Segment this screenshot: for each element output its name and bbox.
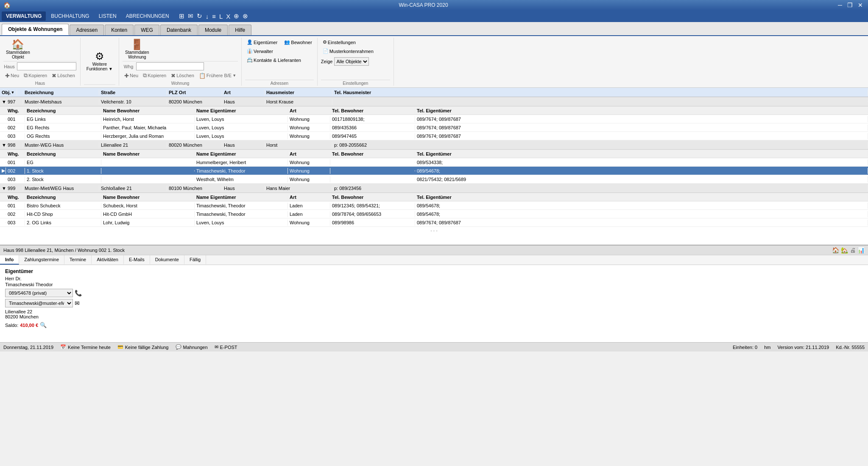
tab-module[interactable]: Module [198,25,228,35]
eigentuemer-btn[interactable]: 👤 Eigentümer [245,39,279,46]
col-header-strasse: Straße [99,89,167,95]
fruehere-be-btn[interactable]: 📋Frühere B/E▼ [197,71,238,80]
whg-row[interactable]: 002 Hit-CD Shop Hit-CD GmbH Timaschewski… [0,210,868,218]
obj-hausmeister-997: Horst Krause [265,99,332,105]
info-tab-faellig[interactable]: Fällig [184,255,206,265]
col-header-art: Art [222,89,265,95]
stammdaten-wohnung-btn[interactable]: 🚪 StammdatenWohnung [123,39,152,60]
einstellungen-btn[interactable]: ⚙ Einstellungen [321,39,357,46]
info-tab-termine[interactable]: Termine [64,255,92,265]
sort-icon: ▼ [11,90,14,95]
print-icon[interactable]: 🖨 [850,247,856,254]
zeige-label: Zeige [321,59,333,64]
tab-weg[interactable]: WEG [134,25,159,35]
info-tab-emails[interactable]: E-Mails [124,255,150,265]
whg-neu-btn[interactable]: ✚Neu [123,71,140,80]
email-select[interactable]: Timaschewski@muster-eMail.de [5,299,73,307]
obj-row-997[interactable]: ▼ 997 Muster-Mietshaus Veilchenstr. 10 8… [0,97,868,106]
stammdaten-objekt-btn[interactable]: 🏠 StammdatenObjekt [3,39,33,60]
toolbar-icon-6[interactable]: L [218,12,224,21]
home-icon[interactable]: 🏠 [832,247,839,254]
saldo-search-icon[interactable]: 🔍 [40,322,47,328]
toolbar-icon-7[interactable]: X [225,12,232,21]
col-header-obj: Obj. ▼ [0,89,17,95]
toolbar-icon-5[interactable]: ≡ [211,12,217,21]
toolbar-icon-3[interactable]: ↻ [195,11,204,21]
whg-row-selected[interactable]: ▶ 002 1. Stock Timaschewski, Theodor Woh… [0,167,868,175]
info-tab-aktivitaeten[interactable]: Aktivitäten [92,255,124,265]
haus-loeschen-btn[interactable]: ✖Löschen [50,71,77,80]
bewohner-icon: 👥 [284,39,290,45]
eigentuemer-title: Eigentümer [5,268,863,274]
whg-row[interactable]: 001 EG Hummelberger, Heribert Wohnung 08… [0,158,868,167]
expand-999[interactable]: ▼ [0,185,6,191]
delete-icon: ✖ [52,73,56,79]
whg-loeschen-btn[interactable]: ✖Löschen [169,71,196,80]
info-tab-zahlungstermine[interactable]: Zahlungstermine [19,255,64,265]
menu-verwaltung[interactable]: VERWALTUNG [2,11,46,21]
info-tab-dokumente[interactable]: Dokumente [150,255,184,265]
email-field-row: Timaschewski@muster-eMail.de ✉ [5,299,863,307]
restore-button[interactable]: ❐ [846,2,854,8]
table-icon[interactable]: 📊 [857,247,865,254]
window-title: Win-CASA PRO 2020 [11,2,836,8]
verwalter-btn[interactable]: 👔 Verwalter [245,47,275,55]
tab-objekte-wohnungen[interactable]: Objekte & Wohnungen [2,24,69,35]
minimize-button[interactable]: ─ [836,2,844,8]
toolbar-icon-8[interactable]: ⊕ [232,11,240,21]
tab-adressen[interactable]: Adressen [70,25,104,35]
info-content: Eigentümer Herr Dr. Timaschewski Theodor… [0,265,868,342]
toolbar-icon-4[interactable]: ↓ [204,12,210,21]
menu-abrechnungen[interactable]: ABRECHNUNGEN [122,11,173,21]
status-zahlung: 💳 Keine fällige Zahlung [117,344,169,350]
title-bar: 🏠 Win-CASA PRO 2020 ─ ❐ ✕ [0,0,868,10]
zeige-select[interactable]: Alle Objekte [334,57,369,66]
kontakte-btn[interactable]: 📇 Kontakte & Lieferanten [245,56,303,64]
whg-input[interactable]: 002-1. Stock Timaschewski [136,62,204,70]
col-header-tel-hausmeister: Tel. Hausmeister [332,89,868,95]
tab-hilfe[interactable]: Hilfe [229,25,251,35]
info-tab-info[interactable]: Info [0,255,19,265]
haus-kopieren-btn[interactable]: ⧉Kopieren [22,71,49,80]
whg-row[interactable]: 001 Bistro Schubeck Schubeck, Horst Tima… [0,201,868,210]
verwalter-icon: 👔 [247,48,253,54]
obj-row-998[interactable]: ▼ 998 Muster-WEG Haus Lilienallee 21 800… [0,140,868,150]
ribbon: 🏠 StammdatenObjekt Haus 998-Lilienallee … [0,36,868,88]
address-line2: 80200 München [5,314,863,319]
phone-select[interactable]: 089/54678 (privat) [5,289,73,297]
ribbon-group-stammdaten-objekt: 🏠 StammdatenObjekt Haus 998-Lilienallee … [0,38,81,86]
close-button[interactable]: ✕ [856,2,865,8]
menu-listen[interactable]: LISTEN [95,11,121,21]
bez-col-header: Bezeichnung [25,108,101,114]
expand-998[interactable]: ▼ [0,142,6,148]
whg-row[interactable]: 001 EG Links Heinrich, Horst Luven, Louy… [0,115,868,123]
tab-konten[interactable]: Konten [105,25,134,35]
status-date: Donnerstag, 21.11.2019 [3,345,53,350]
whg-kopieren-btn[interactable]: ⧉Kopieren [141,71,168,80]
whg-row[interactable]: 002 EG Rechts Panther, Paul; Maier, Mich… [0,123,868,132]
musterkontenrahmen-btn[interactable]: 📄 Musterkontenrahmen [321,47,375,55]
delete2-icon: ✖ [171,73,176,79]
menu-buchhaltung[interactable]: BUCHHALTUNG [47,11,93,21]
phone-icon[interactable]: 📞 [75,290,82,296]
haus-neu-btn[interactable]: ✚Neu [3,71,21,80]
whg-row[interactable]: 003 2. Stock Westholt, Wilhelm Wohnung 0… [0,175,868,184]
tab-datenbank[interactable]: Datenbank [160,25,198,35]
toolbar-icon-1[interactable]: ⊞ [178,11,186,21]
info-right-icons: 🏠 🏡 🖨 📊 [832,247,865,254]
col-header-plz-ort: PLZ Ort [167,89,222,95]
status-bar: Donnerstag, 21.11.2019 📅 Keine Termine h… [0,342,868,352]
obj-row-999[interactable]: ▼ 999 Muster-Miet/WEG Haus Schloßallee 2… [0,184,868,193]
haus-input[interactable]: 998-Lilienallee 21 [17,62,76,70]
house2-icon[interactable]: 🏡 [841,247,848,254]
bewohner-btn[interactable]: 👥 Bewohner [282,39,314,46]
email-icon[interactable]: ✉ [75,300,80,307]
expand-997[interactable]: ▼ [0,99,6,105]
whg-row[interactable]: 003 2. OG Links Lohr, Ludwig Luven, Louy… [0,218,868,227]
haus-label: Haus [3,64,15,69]
toolbar-icon-9[interactable]: ⊗ [241,11,249,21]
eigentuemer-icon: 👤 [247,39,253,45]
weitere-funktionen-btn[interactable]: ⚙ WeitereFunktionen ▼ [84,50,115,72]
whg-row[interactable]: 003 OG Rechts Herzberger, Julia und Roma… [0,132,868,140]
toolbar-icon-2[interactable]: ✉ [187,11,195,21]
